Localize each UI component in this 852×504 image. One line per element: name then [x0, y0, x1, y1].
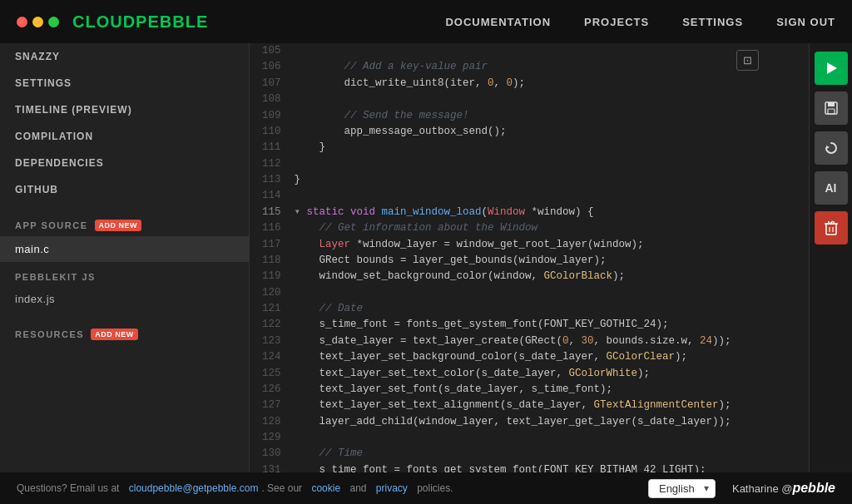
logo[interactable]: CLOUDPEBBLE [72, 12, 208, 32]
footer-user: Katharine @pebble [732, 481, 835, 496]
pebble-logo: pebble [792, 481, 835, 495]
window-controls [17, 17, 59, 27]
table-row: 130 // Time [250, 446, 809, 462]
table-row: 118 GRect bounds = layer_get_bounds(wind… [250, 253, 809, 269]
nav-documentation[interactable]: DOCUMENTATION [445, 16, 551, 28]
footer-user-prefix: Katharine @ [732, 482, 792, 495]
language-selector-wrapper: English [648, 479, 716, 498]
run-button[interactable] [815, 52, 848, 85]
svg-rect-2 [828, 102, 835, 106]
sidebar-file-mainc[interactable]: main.c [0, 236, 249, 262]
footer: Questions? Email us at cloudpebble@getpe… [0, 472, 852, 504]
table-row: 112 [250, 156, 809, 172]
table-row: 114 [250, 188, 809, 204]
table-row: 131 s_time_font = fonts_get_system_font(… [250, 462, 809, 472]
table-row: 124 text_layer_set_background_color(s_da… [250, 349, 809, 365]
sidebar-item-settings[interactable]: SETTINGS [0, 70, 249, 96]
app-source-header: APP SOURCE ADD NEW [0, 215, 249, 236]
table-row: 106 // Add a key-value pair [250, 59, 809, 75]
table-row: 127 text_layer_set_text_alignment(s_date… [250, 398, 809, 413]
sidebar-item-dependencies[interactable]: DEPENDENCIES [0, 150, 249, 176]
table-row: 122 s_time_font = fonts_get_system_font(… [250, 317, 809, 333]
table-row: 120 [250, 285, 809, 301]
code-toolbar: ⊡ [736, 50, 759, 71]
code-table: 105 106 // Add a key-value pair 107 dict… [250, 43, 809, 472]
table-row: 109 // Send the message! [250, 108, 809, 124]
sidebar-project-name[interactable]: SNAZZY [0, 43, 249, 70]
table-row: 115 ▾ static void main_window_load(Windo… [250, 205, 809, 220]
main-area: SNAZZY SETTINGS TIMELINE (PREVIEW) COMPI… [0, 43, 852, 472]
table-row: 110 app_message_outbox_send(); [250, 124, 809, 140]
maximize-button[interactable] [48, 17, 59, 27]
delete-button[interactable] [815, 211, 848, 245]
table-row: 126 text_layer_set_font(s_date_layer, s_… [250, 382, 809, 398]
footer-text3: and [349, 482, 366, 494]
footer-cookie-link[interactable]: cookie [311, 482, 340, 494]
table-row: 129 [250, 430, 809, 446]
table-row: 113 } [250, 172, 809, 188]
footer-text: Questions? Email us at [17, 482, 119, 494]
pebblekit-label: PEBBLEKIT JS [15, 272, 96, 282]
table-row: 121 // Date [250, 301, 809, 317]
nav-signout[interactable]: SIGN OUT [776, 16, 835, 28]
footer-text4: policies. [417, 482, 453, 494]
sidebar-item-timeline[interactable]: TIMELINE (PREVIEW) [0, 96, 249, 123]
logo-suffix: PEBBLE [136, 12, 208, 31]
sidebar-item-github[interactable]: GITHUB [0, 176, 249, 203]
expand-button[interactable]: ⊡ [736, 50, 759, 71]
table-row: 117 Layer *window_layer = window_get_roo… [250, 237, 809, 253]
table-row: 125 text_layer_set_text_color(s_date_lay… [250, 366, 809, 382]
app-source-add-new[interactable]: ADD NEW [95, 220, 142, 231]
close-button[interactable] [17, 17, 27, 27]
app-source-label: APP SOURCE [15, 220, 88, 230]
table-row: 108 [250, 91, 809, 107]
language-select[interactable]: English [648, 479, 716, 498]
svg-rect-3 [828, 109, 835, 114]
svg-rect-5 [826, 224, 836, 235]
footer-privacy-link[interactable]: privacy [376, 482, 408, 494]
table-row: 105 [250, 43, 809, 59]
footer-text2: . See our [261, 482, 302, 494]
table-row: 107 dict_write_uint8(iter, 0, 0); [250, 76, 809, 91]
header: CLOUDPEBBLE DOCUMENTATION PROJECTS SETTI… [0, 0, 852, 43]
code-area[interactable]: ⊡ 105 106 // Add a key-value pair 107 di… [250, 43, 809, 472]
table-row: 128 layer_add_child(window_layer, text_l… [250, 414, 809, 430]
table-row: 123 s_date_layer = text_layer_create(GRe… [250, 334, 809, 349]
table-row: 116 // Get information about the Window [250, 220, 809, 236]
logo-prefix: CLOUD [72, 12, 136, 31]
right-toolbar: AI [809, 43, 852, 472]
resources-header: RESOURCES ADD NEW [0, 324, 249, 345]
sidebar-file-indexjs[interactable]: index.js [0, 286, 249, 312]
resources-label: RESOURCES [15, 329, 84, 339]
table-row: 119 window_set_background_color(window, … [250, 269, 809, 284]
table-row: 111 } [250, 140, 809, 156]
pebblekit-header: PEBBLEKIT JS [0, 262, 249, 286]
refresh-button[interactable] [815, 131, 848, 165]
nav-projects[interactable]: PROJECTS [584, 16, 649, 28]
footer-email-link[interactable]: cloudpebble@getpebble.com [129, 482, 259, 494]
save-button[interactable] [815, 91, 848, 125]
sidebar: SNAZZY SETTINGS TIMELINE (PREVIEW) COMPI… [0, 43, 250, 472]
minimize-button[interactable] [32, 17, 43, 27]
resources-add-new[interactable]: ADD NEW [91, 329, 138, 340]
ai-button[interactable]: AI [815, 171, 848, 205]
svg-marker-4 [826, 146, 830, 149]
sidebar-item-compilation[interactable]: COMPILATION [0, 123, 249, 150]
svg-marker-0 [827, 62, 837, 74]
main-nav: DOCUMENTATION PROJECTS SETTINGS SIGN OUT [445, 16, 835, 28]
nav-settings[interactable]: SETTINGS [682, 16, 743, 28]
